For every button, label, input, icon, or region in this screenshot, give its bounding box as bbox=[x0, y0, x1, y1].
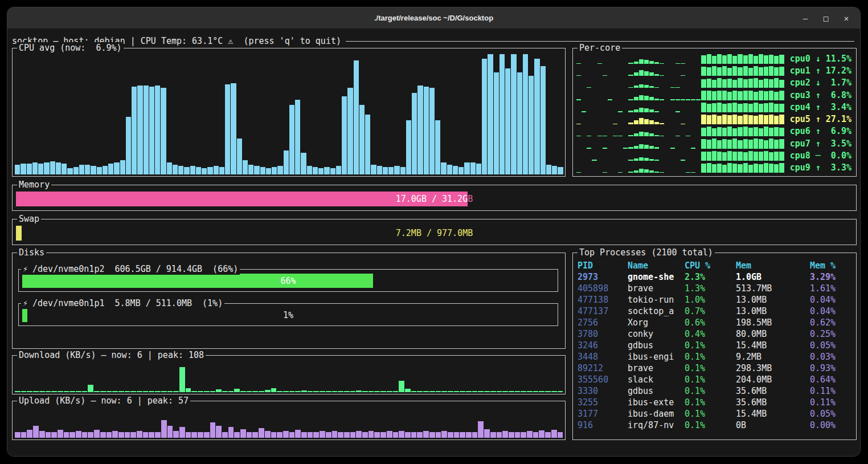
spark-bar bbox=[448, 432, 453, 438]
spark-bar bbox=[759, 115, 763, 124]
process-cell: ibus-daem bbox=[628, 408, 685, 420]
spark-bar bbox=[85, 165, 90, 174]
spark-bar bbox=[738, 140, 742, 148]
spark-bar bbox=[394, 166, 399, 174]
process-cell: 0.64% bbox=[810, 374, 854, 385]
close-icon[interactable]: ✕ bbox=[841, 13, 852, 24]
spark-bar bbox=[654, 111, 659, 112]
core-row: cpu7 ↑ 3.5% bbox=[576, 138, 851, 149]
spark-bar bbox=[738, 164, 742, 173]
gauge-fill: 17.0GB / 31.2GB bbox=[16, 192, 468, 206]
spark-bar bbox=[660, 75, 664, 76]
process-cell: 1.3% bbox=[685, 283, 736, 294]
spark-bar bbox=[64, 432, 69, 438]
spark-bar bbox=[51, 391, 57, 392]
spark-bar bbox=[754, 66, 758, 76]
spark-bar bbox=[225, 84, 230, 174]
spark-bar bbox=[161, 391, 167, 392]
spark-bar bbox=[362, 432, 368, 438]
spark-bar bbox=[603, 172, 607, 173]
spark-bar bbox=[69, 391, 75, 392]
spark-bar bbox=[743, 152, 748, 160]
spark-bar bbox=[717, 91, 722, 100]
spark-bar bbox=[764, 163, 768, 173]
spark-bar bbox=[441, 431, 447, 438]
titlebar[interactable]: ./target/release/soc ~/D/G/socktop – □ ✕ bbox=[7, 7, 860, 29]
spark-bar bbox=[237, 139, 242, 174]
process-cell: 0.05% bbox=[810, 408, 854, 420]
spark-bar bbox=[289, 391, 295, 392]
terminal-window: ./target/release/soc ~/D/G/socktop – □ ✕… bbox=[7, 7, 861, 457]
spark-bar bbox=[502, 431, 508, 438]
spark-bar bbox=[686, 136, 690, 136]
maximize-icon[interactable]: □ bbox=[820, 13, 832, 24]
spark-bar bbox=[722, 55, 727, 64]
spark-bar bbox=[675, 111, 680, 112]
process-cell: ibus-engi bbox=[628, 351, 685, 363]
spark-bar bbox=[639, 132, 644, 136]
spark-bar bbox=[377, 166, 382, 174]
spark-bar bbox=[313, 432, 319, 438]
spark-bar bbox=[318, 168, 324, 174]
spark-bar bbox=[634, 146, 638, 149]
spark-bar bbox=[424, 87, 429, 174]
spark-bar bbox=[675, 63, 680, 64]
spark-bar bbox=[634, 133, 638, 136]
core-label: cpu2 ↓ 1.7% bbox=[790, 77, 851, 88]
spark-bar bbox=[634, 158, 638, 161]
terminal-screen[interactable]: socktop — host: debian | CPU Temp: 63.1°… bbox=[7, 29, 860, 456]
spark-bar bbox=[350, 391, 356, 392]
spark-bar bbox=[505, 68, 510, 174]
spark-bar bbox=[320, 391, 325, 392]
spark-bar bbox=[350, 432, 356, 438]
process-row: 2973gnome-she2.3%1.0GB3.29% bbox=[578, 271, 854, 283]
spark-bar bbox=[494, 72, 499, 174]
spark-bar bbox=[417, 86, 423, 174]
spark-bar bbox=[342, 96, 347, 174]
spark-bar bbox=[732, 115, 737, 124]
minimize-icon[interactable]: – bbox=[800, 13, 811, 24]
process-cell: brave bbox=[628, 363, 685, 374]
spark-bar bbox=[764, 79, 768, 88]
spark-bar bbox=[539, 391, 544, 392]
spark-bar bbox=[301, 153, 306, 174]
process-row: 3246gdbus0.1%15.4MB0.05% bbox=[578, 340, 854, 351]
process-cell: 3255 bbox=[578, 397, 628, 408]
spark-bar bbox=[58, 391, 63, 392]
process-cell: 0.05% bbox=[810, 340, 854, 351]
process-row: 2756Xorg0.6%198.5MB0.62% bbox=[578, 317, 854, 328]
spark-bar bbox=[62, 164, 67, 174]
spark-bar bbox=[727, 140, 732, 148]
spark-bar bbox=[738, 54, 742, 64]
spark-bar bbox=[429, 391, 435, 392]
spark-bar bbox=[654, 172, 659, 173]
spark-bar bbox=[521, 432, 526, 438]
process-cell: gnome-she bbox=[628, 271, 685, 283]
spark-bar bbox=[436, 432, 441, 438]
spark-bar bbox=[759, 139, 763, 148]
spark-bar bbox=[712, 56, 716, 64]
spark-bar bbox=[707, 104, 711, 112]
spark-bar bbox=[654, 147, 659, 148]
spark-bar bbox=[191, 391, 197, 392]
spark-bar bbox=[126, 117, 131, 174]
spark-bar bbox=[490, 391, 496, 392]
spark-bar bbox=[701, 79, 706, 88]
core-sparkline bbox=[576, 162, 784, 173]
spark-bar bbox=[190, 166, 195, 174]
spark-bar bbox=[454, 432, 460, 438]
spark-bar bbox=[470, 162, 476, 174]
spark-bar bbox=[660, 136, 664, 136]
spark-bar bbox=[717, 116, 722, 124]
spark-bar bbox=[779, 91, 784, 100]
spark-bar bbox=[701, 128, 706, 136]
spark-bar bbox=[466, 432, 472, 438]
spark-bar bbox=[743, 127, 748, 136]
spark-bar bbox=[774, 140, 779, 148]
spark-bar bbox=[748, 79, 753, 88]
spark-bar bbox=[344, 391, 350, 392]
spark-bar bbox=[79, 165, 84, 174]
spark-bar bbox=[527, 431, 533, 438]
spark-bar bbox=[634, 120, 638, 124]
spark-bar bbox=[754, 92, 758, 100]
